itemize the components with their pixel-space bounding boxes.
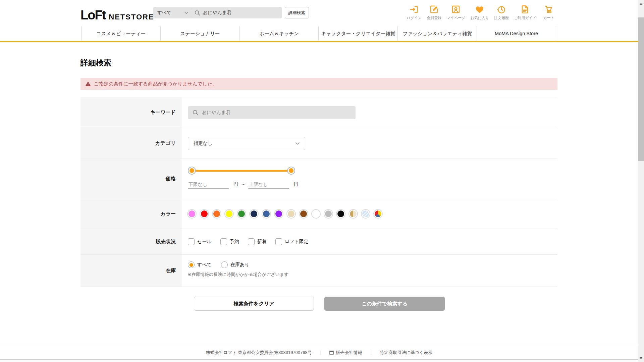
nav-item-cosmetics[interactable]: コスメ＆ビューティー — [81, 26, 160, 41]
search-scope-value: すべて — [157, 10, 171, 16]
favorites-button[interactable]: お気に入り — [470, 4, 489, 20]
price-range-slider — [189, 167, 294, 174]
color-swatch-gray[interactable] — [324, 210, 332, 218]
stock-note: ※在庫情報の反映に時間がかかる場合がございます — [188, 272, 557, 278]
cart-icon — [544, 4, 554, 14]
clear-conditions-button[interactable]: 検索条件をクリア — [194, 297, 314, 311]
scrollbar-up-arrow-icon[interactable] — [640, 3, 642, 5]
header-search-bar: すべて おにやんま君 — [153, 7, 282, 18]
category-select-value: 指定なし — [194, 140, 213, 146]
mypage-icon — [451, 4, 461, 14]
form-row-status: 販売状況 セール 予約 新着 — [80, 229, 557, 255]
form-row-keyword: キーワード おにやんま君 — [80, 97, 557, 128]
keyword-input-value: おにやんま君 — [202, 110, 231, 116]
detail-search-button-label: 詳細検索 — [288, 10, 305, 16]
checkbox-loft-limited[interactable]: ロフト限定 — [275, 238, 309, 245]
detail-search-button[interactable]: 詳細検索 — [285, 7, 309, 18]
search-icon — [193, 110, 199, 116]
price-max-input[interactable] — [248, 181, 289, 189]
color-swatch-white[interactable] — [312, 210, 320, 218]
price-slider-track[interactable] — [191, 170, 292, 172]
guide-label: ご利用ガイド — [514, 15, 536, 20]
nav-label: MoMA Design Store — [495, 31, 538, 36]
checkbox-preorder[interactable]: 予約 — [220, 238, 239, 245]
checkbox-sale-label: セール — [197, 239, 212, 245]
guide-button[interactable]: ご利用ガイド — [514, 4, 536, 20]
keyword-input[interactable]: おにやんま君 — [188, 106, 356, 119]
favorites-label: お気に入り — [470, 15, 489, 20]
price-label: 価格 — [80, 159, 182, 199]
stock-options: すべて 在庫あり — [188, 261, 557, 268]
radio-icon-selected — [188, 261, 195, 268]
checkbox-new[interactable]: 新着 — [248, 238, 267, 245]
color-swatch-navy[interactable] — [250, 210, 258, 218]
vertical-scrollbar[interactable] — [638, 0, 644, 362]
footer-separator: ｜ — [369, 350, 373, 356]
loft-logo[interactable]: LoFt NETSTORE — [80, 8, 154, 22]
color-swatch-yellow[interactable] — [225, 210, 233, 218]
order-history-button[interactable]: 注文履歴 — [494, 4, 509, 20]
price-slider-handle-min[interactable] — [189, 167, 195, 174]
radio-stock-available[interactable]: 在庫あり — [221, 261, 250, 268]
radio-stock-all-label: すべて — [197, 262, 212, 268]
category-select[interactable]: 指定なし — [188, 137, 305, 150]
order-history-label: 注文履歴 — [494, 15, 509, 20]
search-submit-button[interactable]: この条件で検索する — [324, 297, 445, 311]
logo-loft-text: LoFt — [80, 8, 105, 22]
radio-icon — [221, 261, 228, 268]
nav-item-fashion-variety[interactable]: ファッション＆バラエティ雑貨 — [397, 26, 477, 41]
price-min-unit: 円 — [233, 181, 238, 189]
page: LoFt NETSTORE すべて おにやんま君 詳細検索 ログイン 会員登録 … — [0, 0, 644, 362]
color-swatch-clear[interactable] — [362, 210, 370, 218]
register-icon — [429, 4, 439, 14]
checkbox-sale[interactable]: セール — [188, 238, 212, 245]
nav-accent-underline — [0, 41, 638, 42]
search-scope-select[interactable]: すべて — [153, 7, 191, 18]
color-swatch-blue[interactable] — [262, 210, 270, 218]
footer-link-company-info[interactable]: 販売会社情報 — [329, 350, 362, 356]
footer-link-company-label: 販売会社情報 — [336, 350, 362, 356]
cart-button[interactable]: カート — [541, 4, 556, 20]
mypage-button[interactable]: マイページ — [446, 4, 465, 20]
register-button[interactable]: 会員登録 — [427, 4, 441, 20]
nav-item-moma[interactable]: MoMA Design Store — [477, 26, 556, 41]
search-icon — [195, 10, 200, 16]
header-search-input[interactable]: おにやんま君 — [191, 10, 282, 16]
checkbox-icon — [275, 238, 282, 245]
register-label: 会員登録 — [427, 15, 441, 20]
nav-item-home-kitchen[interactable]: ホーム＆キッチン — [239, 26, 319, 41]
bottom-divider — [0, 359, 638, 360]
price-min-input[interactable] — [188, 181, 229, 189]
login-button[interactable]: ログイン — [407, 4, 422, 20]
scrollbar-down-arrow-icon[interactable] — [640, 357, 642, 359]
status-label: 販売状況 — [80, 229, 182, 254]
scrollbar-thumb[interactable] — [638, 17, 644, 161]
radio-stock-all[interactable]: すべて — [188, 261, 212, 268]
page-title: 詳細検索 — [80, 58, 111, 68]
color-swatch-brown[interactable] — [300, 210, 308, 218]
window-icon — [329, 351, 334, 355]
nav-item-stationery[interactable]: ステーショナリー — [160, 26, 239, 41]
footer-link-law[interactable]: 特定商取引法に基づく表示 — [380, 350, 432, 356]
document-icon — [520, 4, 530, 14]
footer-divider — [0, 344, 638, 344]
color-swatch-green[interactable] — [237, 210, 246, 218]
warning-icon — [85, 81, 91, 86]
color-swatch-black[interactable] — [337, 210, 345, 218]
nav-label: ステーショナリー — [180, 31, 220, 37]
checkbox-loft-limited-label: ロフト限定 — [285, 239, 309, 245]
color-swatch-beige[interactable] — [287, 210, 295, 218]
price-slider-handle-max[interactable] — [288, 167, 294, 174]
heart-icon — [475, 4, 485, 14]
nav-label: コスメ＆ビューティー — [96, 31, 146, 37]
color-swatch-pink[interactable] — [188, 210, 196, 218]
color-swatch-multicolor[interactable] — [374, 210, 382, 218]
nav-item-character-goods[interactable]: キャラクター・クリエイター雑貨 — [318, 26, 397, 41]
color-swatch-gold-silver[interactable] — [349, 210, 357, 218]
advanced-search-form: キーワード おにやんま君 カテゴリ 指定なし 価格 — [80, 97, 557, 287]
color-swatch-red[interactable] — [200, 210, 208, 218]
color-swatch-orange[interactable] — [213, 210, 221, 218]
checkbox-preorder-label: 予約 — [230, 239, 239, 245]
color-swatch-purple[interactable] — [275, 210, 283, 218]
color-swatches — [188, 210, 382, 218]
